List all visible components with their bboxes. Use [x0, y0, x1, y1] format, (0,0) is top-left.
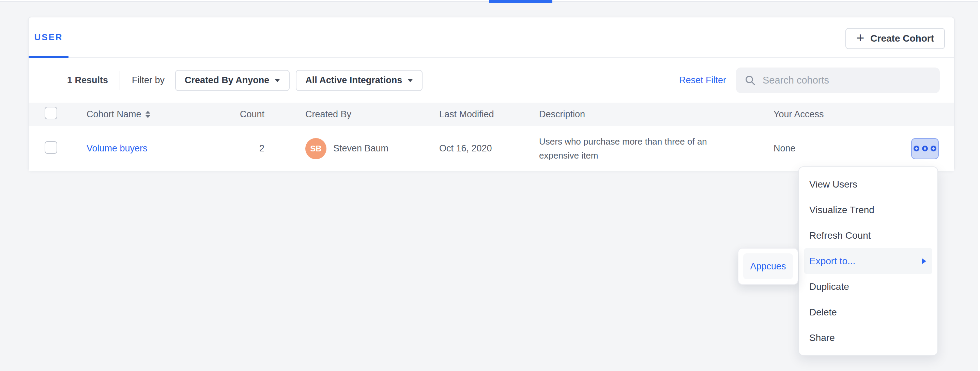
sort-icon: [145, 111, 150, 118]
header-count: Count: [213, 109, 264, 120]
right-edge-strip: [978, 0, 980, 371]
integrations-dropdown[interactable]: All Active Integrations: [296, 70, 423, 91]
menu-item-delete[interactable]: Delete: [799, 299, 937, 325]
chevron-down-icon: [275, 79, 280, 82]
actions-cell: [911, 138, 939, 159]
tab-strip: USER + Create Cohort: [29, 18, 954, 58]
header-checkbox-cell: [45, 107, 87, 122]
header-last-modified: Last Modified: [439, 109, 539, 120]
menu-item-view-users[interactable]: View Users: [799, 172, 937, 197]
header-your-access: Your Access: [773, 109, 911, 120]
header-created-by: Created By: [264, 109, 439, 120]
integrations-dropdown-value: All Active Integrations: [305, 75, 402, 86]
export-submenu: Appcues: [738, 248, 799, 285]
search-icon: [744, 74, 756, 87]
cohorts-page: USER + Create Cohort 1 Results Filter by…: [0, 0, 980, 371]
count-cell: 2: [213, 143, 264, 154]
tab-user[interactable]: USER: [29, 18, 68, 57]
plus-icon: +: [856, 31, 864, 45]
search-input[interactable]: [763, 75, 932, 86]
submenu-arrow-icon: [922, 258, 926, 264]
header-cohort-name[interactable]: Cohort Name: [87, 109, 213, 120]
created-by-dropdown[interactable]: Created By Anyone: [175, 70, 290, 91]
created-by-name: Steven Baum: [333, 143, 388, 154]
row-checkbox-cell: [45, 141, 87, 156]
cohort-name-cell: Volume buyers: [87, 143, 213, 154]
table-row: Volume buyers 2 SB Steven Baum Oct 16, 2…: [29, 126, 954, 171]
active-top-tab-indicator[interactable]: [489, 0, 552, 3]
menu-item-refresh-count[interactable]: Refresh Count: [799, 223, 937, 248]
more-actions-dots: [913, 146, 920, 151]
menu-item-export-to-label: Export to...: [809, 256, 855, 267]
cohort-name-link[interactable]: Volume buyers: [87, 143, 148, 153]
cohorts-card: USER + Create Cohort 1 Results Filter by…: [28, 17, 955, 171]
select-all-checkbox[interactable]: [45, 107, 57, 119]
created-by-cell: SB Steven Baum: [264, 138, 439, 159]
menu-item-visualize-trend[interactable]: Visualize Trend: [799, 197, 937, 223]
create-cohort-label: Create Cohort: [870, 33, 934, 44]
table-header-row: Cohort Name Count Created By Last Modifi…: [29, 103, 954, 126]
more-actions-button[interactable]: [911, 138, 939, 159]
row-context-menu: View Users Visualize Trend Refresh Count…: [799, 166, 938, 356]
filter-by-label: Filter by: [132, 75, 165, 86]
avatar: SB: [305, 138, 326, 159]
tab-user-label: USER: [34, 32, 63, 43]
menu-item-duplicate[interactable]: Duplicate: [799, 274, 937, 299]
filter-bar: 1 Results Filter by Created By Anyone Al…: [29, 58, 954, 103]
your-access-cell: None: [773, 143, 911, 154]
created-by-dropdown-value: Created By Anyone: [185, 75, 269, 86]
submenu-item-appcues[interactable]: Appcues: [743, 253, 793, 279]
menu-item-share[interactable]: Share: [799, 325, 937, 350]
header-description: Description: [539, 109, 773, 120]
menu-item-export-to[interactable]: Export to...: [804, 248, 932, 274]
search-box[interactable]: [736, 67, 940, 93]
header-cohort-name-label: Cohort Name: [87, 109, 142, 120]
filter-divider: [119, 71, 120, 90]
reset-filter-link[interactable]: Reset Filter: [679, 75, 726, 86]
chevron-down-icon: [407, 79, 413, 82]
row-checkbox[interactable]: [45, 141, 57, 154]
tab-active-underline: [29, 56, 68, 58]
last-modified-cell: Oct 16, 2020: [439, 143, 539, 154]
results-count: 1 Results: [67, 75, 108, 86]
description-text: Users who purchase more than three of an…: [539, 135, 730, 162]
create-cohort-button[interactable]: + Create Cohort: [845, 28, 945, 49]
top-nav-strip: [0, 0, 980, 2]
description-cell: Users who purchase more than three of an…: [539, 135, 773, 162]
